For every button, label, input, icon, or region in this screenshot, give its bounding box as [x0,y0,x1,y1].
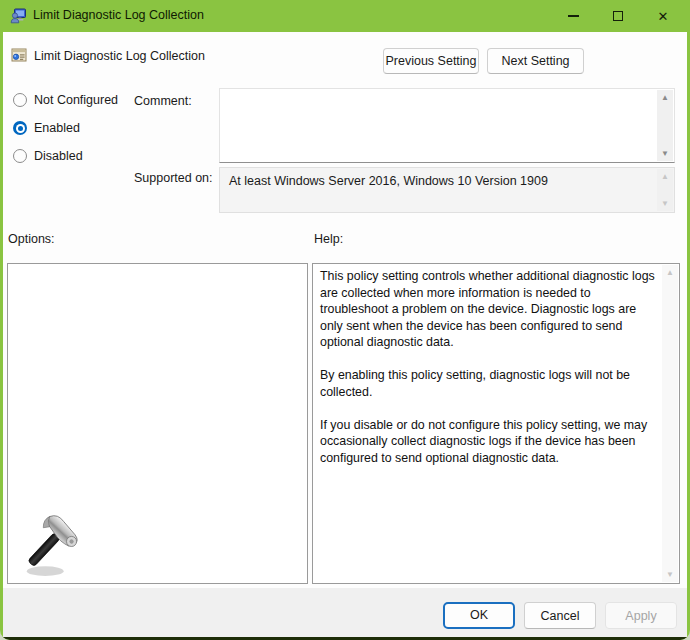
previous-setting-button[interactable]: Previous Setting [383,48,479,74]
minimize-button[interactable] [551,0,595,32]
comment-label: Comment: [134,94,192,108]
supported-on-label: Supported on: [134,171,213,185]
policy-setting-title: Limit Diagnostic Log Collection [34,49,205,63]
scroll-down-icon: ▼ [657,196,673,211]
help-paragraph: By enabling this policy setting, diagnos… [320,367,658,400]
help-paragraph: If you disable or do not configure this … [320,417,658,467]
cancel-button[interactable]: Cancel [524,602,596,629]
policy-setting-icon [11,47,27,63]
radio-disabled[interactable]: Disabled [13,149,83,163]
radio-circle-icon [13,93,27,107]
window-title: Limit Diagnostic Log Collection [33,8,204,22]
close-icon: ✕ [658,10,669,23]
scroll-up-icon[interactable]: ▲ [662,265,678,280]
help-pane: This policy setting controls whether add… [312,263,680,584]
supported-on-value: At least Windows Server 2016, Windows 10… [229,174,652,188]
maximize-button[interactable] [596,0,640,32]
apply-button: Apply [605,602,677,629]
radio-enabled[interactable]: Enabled [13,121,80,135]
ok-button[interactable]: OK [443,602,515,629]
close-button[interactable]: ✕ [641,0,685,32]
options-pane [7,263,308,584]
help-scrollbar[interactable]: ▲ ▼ [662,265,678,582]
policy-setting-window: Limit Diagnostic Log Collection ✕ Limit … [0,0,690,640]
scroll-down-icon[interactable]: ▼ [662,567,678,582]
help-paragraph: This policy setting controls whether add… [320,268,658,351]
maximize-icon [613,11,623,21]
options-label: Options: [8,232,55,246]
help-text: This policy setting controls whether add… [320,268,658,483]
radio-circle-icon [13,149,27,163]
supported-scrollbar: ▲ ▼ [657,169,673,211]
hammer-icon [21,512,83,578]
scroll-up-icon[interactable]: ▲ [657,90,673,105]
radio-disabled-label: Disabled [34,149,83,163]
radio-enabled-label: Enabled [34,121,80,135]
comment-textarea[interactable]: ▲ ▼ [219,88,675,163]
dialog-body: Limit Diagnostic Log Collection Previous… [3,32,687,637]
scroll-down-icon[interactable]: ▼ [657,146,673,161]
help-label: Help: [314,232,343,246]
supported-on-field: At least Windows Server 2016, Windows 10… [219,167,675,213]
radio-selected-icon [13,121,27,135]
radio-not-configured-label: Not Configured [34,93,118,107]
titlebar: Limit Diagnostic Log Collection ✕ [0,0,690,32]
comment-scrollbar[interactable]: ▲ ▼ [657,90,673,161]
radio-not-configured[interactable]: Not Configured [13,93,118,107]
scroll-up-icon: ▲ [657,169,673,184]
group-policy-window-icon [10,8,26,24]
next-setting-button[interactable]: Next Setting [487,48,584,74]
minimize-icon [568,15,579,17]
